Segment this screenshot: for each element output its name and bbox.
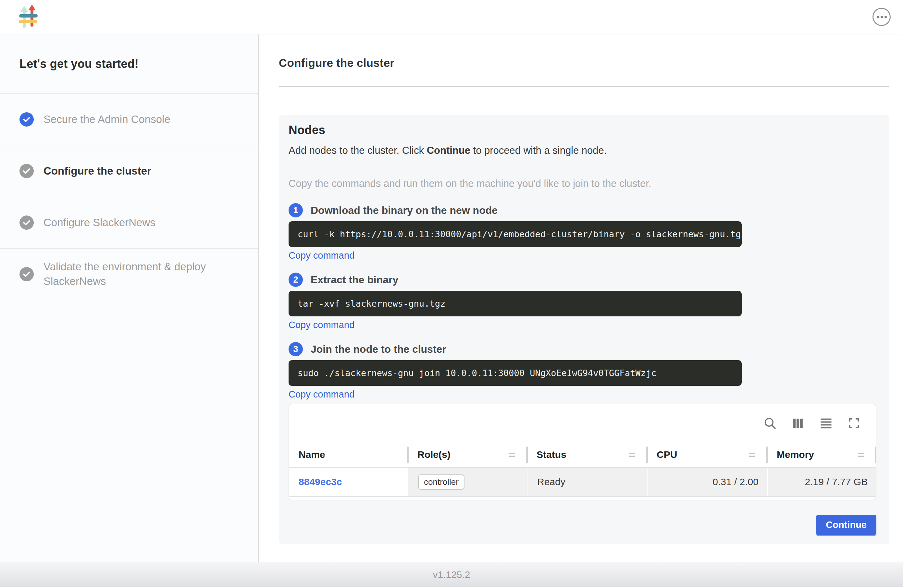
join-step-3: 3 Join the node to the cluster sudo ./sl… (289, 342, 876, 400)
title-divider (279, 86, 889, 87)
footer-bar: v1.125.2 (0, 562, 903, 587)
check-circle-icon (19, 215, 34, 230)
role-chip: controller (418, 475, 464, 490)
intro-bold: Continue (427, 145, 470, 156)
column-menu-icon[interactable] (749, 453, 755, 457)
copy-instructions-text: Copy the commands and run them on the ma… (289, 178, 876, 190)
step-3-number-badge: 3 (289, 342, 303, 356)
step-1-copy-command-link[interactable]: Copy command (289, 250, 354, 261)
sidebar-item-configure-cluster: Configure the cluster (0, 145, 258, 197)
node-roles-cell: controller (408, 468, 527, 496)
node-name-cell: 8849ec3c (289, 468, 408, 496)
ellipsis-dot (877, 16, 879, 18)
join-step-2: 2 Extract the binary tar -xvf slackernew… (289, 273, 876, 330)
nodes-section-title: Nodes (289, 123, 876, 137)
top-bar (0, 0, 903, 35)
sidebar-title: Let's get you started! (0, 35, 258, 94)
column-label: Status (536, 449, 566, 460)
card-actions: Continue (289, 515, 876, 535)
page-title: Configure the cluster (279, 57, 889, 69)
step-3-command-code: sudo ./slackernews-gnu join 10.0.0.11:30… (289, 360, 742, 386)
join-step-1: 1 Download the binary on the new node cu… (289, 203, 876, 261)
column-header-memory[interactable]: Memory (767, 442, 876, 467)
step-3-title: Join the node to the cluster (311, 343, 446, 355)
sidebar-item-configure-slackernews: Configure SlackerNews (0, 197, 258, 248)
step-3-copy-command-link[interactable]: Copy command (289, 389, 354, 400)
step-2-copy-command-link[interactable]: Copy command (289, 320, 354, 330)
column-menu-icon[interactable] (509, 453, 515, 457)
nodes-table-card: Name Role(s) Status (289, 404, 876, 500)
column-label: CPU (657, 449, 677, 460)
step-1-header: 1 Download the binary on the new node (289, 203, 876, 217)
table-toolbar (289, 404, 876, 442)
ellipsis-dot (881, 16, 883, 18)
main-content: Configure the cluster Nodes Add nodes to… (259, 35, 903, 562)
column-separator[interactable] (875, 447, 876, 464)
search-icon[interactable] (763, 416, 777, 430)
column-menu-icon[interactable] (858, 453, 864, 457)
column-label: Memory (777, 449, 814, 460)
step-1-number-badge: 1 (289, 203, 303, 217)
column-header-status[interactable]: Status (527, 442, 647, 467)
sidebar-item-validate-deploy: Validate the environment & deploy Slacke… (0, 248, 258, 300)
table-bottom-padding (289, 497, 876, 500)
intro-suffix: to proceed with a single node. (470, 145, 607, 156)
column-header-roles[interactable]: Role(s) (408, 442, 527, 467)
check-circle-icon (19, 267, 34, 281)
check-circle-icon (19, 164, 34, 178)
admin-console-page: Let's get you started! Secure the Admin … (0, 0, 903, 588)
app-version-label: v1.125.2 (433, 569, 470, 580)
sidebar-item-secure-admin-console: Secure the Admin Console (0, 94, 258, 145)
fullscreen-icon[interactable] (848, 417, 861, 430)
overflow-menu-button[interactable] (873, 8, 890, 26)
continue-button[interactable]: Continue (816, 515, 876, 535)
check-circle-icon (19, 112, 34, 127)
sidebar-item-label: Configure SlackerNews (44, 215, 156, 230)
step-2-title: Extract the binary (311, 274, 398, 286)
column-header-name[interactable]: Name (289, 442, 408, 467)
node-status-cell: Ready (527, 468, 647, 496)
setup-steps-sidebar: Let's get you started! Secure the Admin … (0, 35, 259, 562)
body-layout: Let's get you started! Secure the Admin … (0, 35, 903, 562)
slackernews-logo-icon (19, 5, 38, 29)
node-memory-cell: 2.19 / 7.77 GB (767, 468, 876, 496)
step-2-number-badge: 2 (289, 273, 303, 287)
node-name-link[interactable]: 8849ec3c (299, 476, 342, 487)
sidebar-item-label: Validate the environment & deploy Slacke… (44, 259, 240, 288)
ellipsis-dot (884, 16, 887, 18)
sidebar-item-label: Configure the cluster (44, 164, 151, 178)
step-3-header: 3 Join the node to the cluster (289, 342, 876, 356)
nodes-intro-text: Add nodes to the cluster. Click Continue… (289, 145, 876, 156)
intro-prefix: Add nodes to the cluster. Click (289, 145, 427, 156)
step-1-command-code: curl -k https://10.0.0.11:30000/api/v1/e… (289, 221, 742, 247)
node-cpu-cell: 0.31 / 2.00 (647, 468, 767, 496)
nodes-card: Nodes Add nodes to the cluster. Click Co… (279, 115, 889, 544)
sidebar-item-label: Secure the Admin Console (44, 112, 170, 127)
table-row: 8849ec3c controller Ready 0.31 / 2.00 2.… (289, 468, 876, 497)
table-header-row: Name Role(s) Status (289, 442, 876, 468)
column-menu-icon[interactable] (629, 453, 635, 457)
step-2-command-code: tar -xvf slackernews-gnu.tgz (289, 291, 742, 316)
density-icon[interactable] (819, 416, 833, 430)
step-2-header: 2 Extract the binary (289, 273, 876, 287)
step-1-title: Download the binary on the new node (311, 204, 497, 217)
column-header-cpu[interactable]: CPU (647, 442, 767, 467)
column-label: Role(s) (417, 449, 450, 460)
view-columns-icon[interactable] (791, 416, 805, 430)
column-label: Name (299, 449, 325, 460)
